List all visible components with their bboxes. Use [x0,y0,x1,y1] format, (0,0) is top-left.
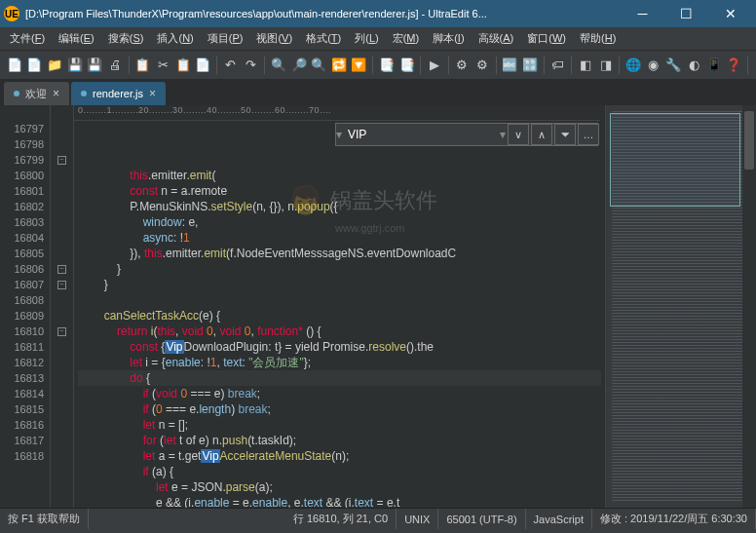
fold-mark[interactable] [51,417,73,433]
toolbar-button-26[interactable]: ⚙ [454,55,472,76]
code-line[interactable]: P.MenuSkinNS.setStyle(n, {}), n.popup({ [78,199,601,214]
fold-mark[interactable] [51,401,73,417]
fold-mark[interactable] [51,136,73,152]
toolbar-button-16[interactable]: 🔎 [290,55,308,76]
toolbar-button-40[interactable]: ◐ [685,55,702,76]
search-btn-1[interactable]: ∧ [531,124,552,145]
status-eol[interactable]: UNIX [397,509,438,529]
fold-mark[interactable] [51,230,73,246]
code-line[interactable]: let a = t.getVipAccelerateMenuState(n); [78,448,601,464]
toolbar-button-15[interactable]: 🔍 [270,55,287,76]
code-line[interactable]: do { [78,370,601,386]
code-line[interactable]: for (let t of e) n.push(t.taskId); [78,433,601,448]
minimap-thumb[interactable] [744,111,754,170]
fold-mark[interactable] [51,121,73,136]
maximize-button[interactable]: ☐ [664,0,708,27]
fold-mark[interactable]: − [51,261,73,277]
toolbar-button-37[interactable]: 🌐 [624,55,642,76]
code-line[interactable] [78,292,601,308]
code-area[interactable]: 👦 锅盖头软件 www.ggtrj.com this.emitter.emit(… [74,105,605,508]
toolbar-button-18[interactable]: 🔁 [330,55,348,76]
toolbar-button-5[interactable]: 🖨 [106,55,124,76]
toolbar-button-12[interactable]: ↶ [222,55,240,76]
toolbar-button-32[interactable]: 🏷 [549,55,567,76]
toolbar-button-9[interactable]: 📋 [174,55,192,76]
fold-mark[interactable] [51,433,73,448]
code-line[interactable]: }), this.emitter.emit(f.NodeEventMesssag… [78,246,601,261]
fold-mark[interactable] [51,448,73,464]
tab-close-icon[interactable]: × [53,87,59,100]
toolbar-button-3[interactable]: 💾 [66,55,84,76]
toolbar-button-39[interactable]: 🔧 [665,55,683,76]
toolbar-button-35[interactable]: ◨ [597,55,615,76]
menu-p[interactable]: 项目(P) [202,28,249,49]
fold-mark[interactable] [51,183,73,199]
menu-s[interactable]: 搜索(S) [102,28,150,49]
menu-t[interactable]: 格式(T) [300,28,347,49]
menu-f[interactable]: 文件(F) [4,28,51,49]
toolbar-button-41[interactable]: 📱 [705,55,723,76]
fold-mark[interactable] [51,386,73,401]
fold-mark[interactable]: − [51,277,73,292]
fold-mark[interactable] [51,199,73,214]
menu-l[interactable]: 列(L) [349,28,384,49]
code-line[interactable]: const {VipDownloadPlugin: t} = yield Pro… [78,339,601,355]
fold-mark[interactable] [51,214,73,230]
toolbar-button-30[interactable]: 🔡 [521,55,539,76]
toolbar-button-24[interactable]: ▶ [426,55,443,76]
search-input[interactable] [342,128,500,141]
menu-h[interactable]: 帮助(H) [574,28,622,49]
menu-e[interactable]: 编辑(E) [53,28,100,49]
menu-i[interactable]: 脚本(I) [427,28,470,49]
toolbar-button-2[interactable]: 📁 [46,55,63,76]
toolbar-button-1[interactable]: 📄 [26,55,44,76]
tab-欢迎[interactable]: 欢迎× [4,82,69,105]
toolbar-button-27[interactable]: ⚙ [473,55,491,76]
code-line[interactable]: async: !1 [78,230,601,246]
fold-mark[interactable] [51,308,73,324]
toolbar-button-8[interactable]: ✂ [154,55,171,76]
toolbar-button-21[interactable]: 📑 [378,55,396,76]
code-line[interactable]: if (0 === e.length) break; [78,401,601,417]
code-line[interactable]: this.emitter.emit( [78,168,601,183]
minimap-viewport[interactable] [610,113,740,207]
menu-a[interactable]: 高级(A) [472,28,520,49]
fold-mark[interactable] [51,339,73,355]
code-line[interactable]: } [78,277,601,292]
toolbar-button-22[interactable]: 📑 [398,55,416,76]
code-line[interactable]: } [78,261,601,277]
fold-mark[interactable]: − [51,152,73,168]
toolbar-button-4[interactable]: 💾 [87,55,104,76]
menu-v[interactable]: 视图(V) [250,28,298,49]
code-line[interactable]: let n = []; [78,417,601,433]
toolbar-button-42[interactable]: ❓ [725,55,742,76]
code-line[interactable]: return i(this, void 0, void 0, function*… [78,324,601,339]
toolbar-button-7[interactable]: 📋 [134,55,152,76]
tab-close-icon[interactable]: × [149,87,156,100]
toolbar-button-0[interactable]: 📄 [6,55,23,76]
minimize-button[interactable]: ─ [621,0,664,27]
code-line[interactable]: let e = JSON.parse(a); [78,479,601,495]
code-line[interactable]: e && (i.enable = e.enable, e.text && (i.… [78,495,601,508]
code-line[interactable]: const n = a.remote [78,183,601,199]
fold-mark[interactable] [51,355,73,370]
toolbar-button-38[interactable]: ◉ [645,55,662,76]
fold-mark[interactable]: − [51,324,73,339]
fold-mark[interactable] [51,168,73,183]
code-line[interactable]: if (a) { [78,464,601,479]
menu-n[interactable]: 插入(N) [151,28,199,49]
menu-m[interactable]: 宏(M) [387,28,426,49]
search-btn-3[interactable]: … [578,124,599,145]
toolbar-button-34[interactable]: ◧ [577,55,594,76]
status-encoding[interactable]: 65001 (UTF-8) [438,509,525,529]
minimap[interactable] [605,105,756,508]
toolbar-button-19[interactable]: 🔽 [351,55,368,76]
tab-renderer.js[interactable]: renderer.js× [71,82,166,105]
close-button[interactable]: ✕ [708,0,752,27]
toolbar-button-29[interactable]: 🔤 [502,55,519,76]
fold-mark[interactable] [51,246,73,261]
toolbar-button-10[interactable]: 📄 [195,55,212,76]
code-line[interactable]: window: e, [78,214,601,230]
minimap-scrollbar[interactable] [742,105,756,508]
search-btn-2[interactable]: ⏷ [554,124,576,145]
